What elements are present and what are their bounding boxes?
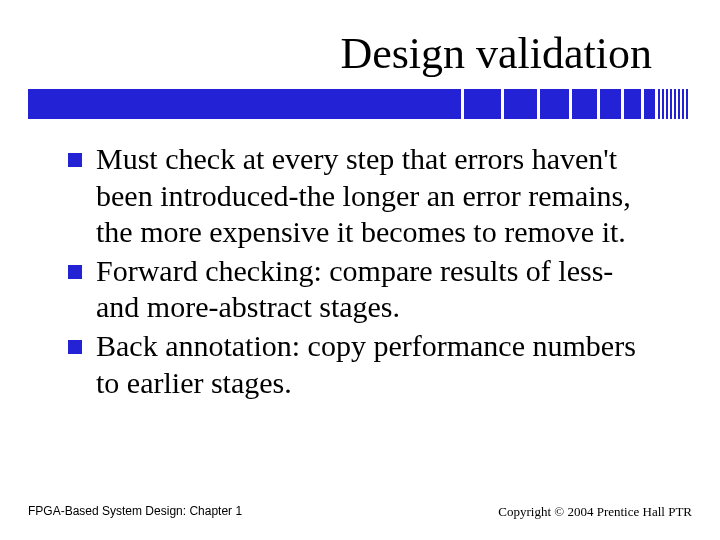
bar-segment: [504, 89, 540, 119]
bar-segment: [420, 89, 464, 119]
bar-segment: [572, 89, 600, 119]
list-item: Back annotation: copy performance number…: [68, 328, 660, 401]
content-area: Must check at every step that errors hav…: [40, 141, 680, 401]
bar-segment: [644, 89, 658, 119]
footer-right: Copyright © 2004 Prentice Hall PTR: [498, 504, 692, 520]
decorative-bar: [28, 89, 688, 119]
footer-left: FPGA-Based System Design: Chapter 1: [28, 504, 242, 520]
footer: FPGA-Based System Design: Chapter 1 Copy…: [28, 504, 692, 520]
list-item: Must check at every step that errors hav…: [68, 141, 660, 251]
slide: Design validation Must check at every st…: [0, 0, 720, 540]
square-bullet-icon: [68, 265, 82, 279]
bar-solid-segment: [28, 89, 420, 119]
bar-segment: [464, 89, 504, 119]
bullet-text: Back annotation: copy performance number…: [96, 328, 660, 401]
slide-title: Design validation: [40, 28, 680, 79]
bullet-text: Forward checking: compare results of les…: [96, 253, 660, 326]
bar-stripes: [658, 89, 688, 119]
square-bullet-icon: [68, 340, 82, 354]
bar-segment: [624, 89, 644, 119]
bar-segment: [540, 89, 572, 119]
list-item: Forward checking: compare results of les…: [68, 253, 660, 326]
bar-segment: [600, 89, 624, 119]
bullet-text: Must check at every step that errors hav…: [96, 141, 660, 251]
square-bullet-icon: [68, 153, 82, 167]
